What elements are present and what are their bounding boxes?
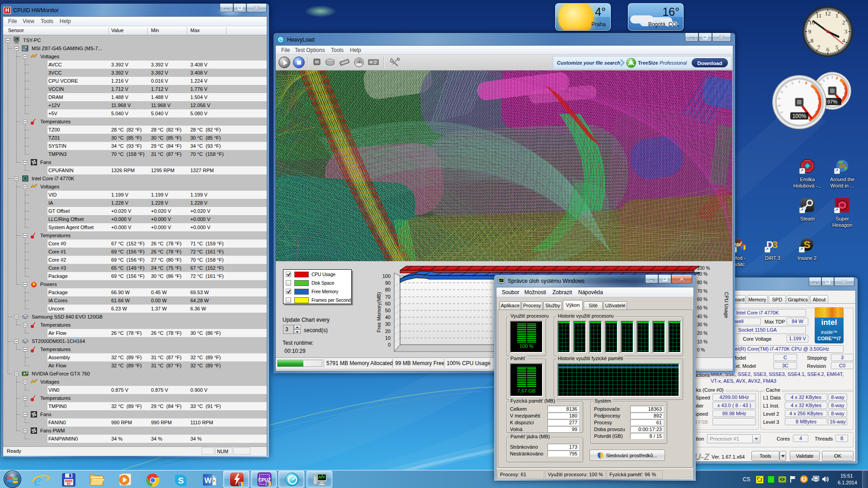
svg-text:60: 60	[385, 301, 391, 306]
svg-text:90 %: 90 %	[697, 272, 708, 277]
svg-text:100: 100	[382, 273, 391, 279]
svg-text:100 %: 100 %	[697, 266, 710, 271]
svg-text:10 %: 10 %	[697, 339, 708, 344]
svg-text:70: 70	[385, 294, 391, 300]
svg-text:4: 4	[842, 37, 845, 44]
svg-text:50 %: 50 %	[697, 305, 708, 310]
svg-text:80: 80	[385, 287, 391, 292]
svg-text:100%: 100%	[793, 113, 807, 119]
svg-text:S: S	[178, 476, 184, 485]
svg-text:90: 90	[385, 280, 391, 286]
svg-text:64: 64	[67, 482, 71, 485]
svg-text:0: 0	[388, 342, 391, 347]
svg-text:97%: 97%	[827, 99, 837, 104]
svg-text:70 %: 70 %	[697, 289, 708, 294]
svg-text:CPU Usage: CPU Usage	[724, 292, 729, 318]
svg-text:50: 50	[385, 308, 391, 313]
svg-text:5: 5	[835, 44, 839, 51]
svg-text:20: 20	[385, 328, 391, 334]
svg-text:Free Memory(MB): Free Memory(MB)	[376, 292, 382, 332]
svg-text:60 %: 60 %	[697, 297, 708, 302]
svg-text:0 %: 0 %	[697, 347, 705, 352]
svg-text:8: 8	[811, 37, 814, 44]
svg-text:2: 2	[842, 19, 845, 26]
svg-text:80 %: 80 %	[697, 280, 708, 285]
svg-text:20 %: 20 %	[697, 331, 708, 336]
svg-text:W: W	[204, 476, 212, 485]
svg-text:3: 3	[844, 28, 848, 35]
svg-text:40: 40	[385, 314, 391, 320]
svg-text:12: 12	[825, 10, 831, 17]
svg-text:11: 11	[816, 12, 822, 19]
svg-text:10: 10	[385, 335, 391, 341]
svg-text:e: e	[34, 472, 41, 488]
svg-text:3: 3	[772, 239, 778, 250]
svg-text:CPUZ: CPUZ	[258, 478, 270, 483]
svg-text:1: 1	[835, 12, 839, 19]
svg-text:7: 7	[817, 44, 821, 51]
svg-text:30: 30	[385, 321, 391, 327]
svg-text:40 %: 40 %	[697, 314, 708, 319]
svg-text:9: 9	[808, 28, 811, 35]
svg-text:30 %: 30 %	[697, 322, 708, 327]
svg-text:6: 6	[826, 46, 830, 53]
